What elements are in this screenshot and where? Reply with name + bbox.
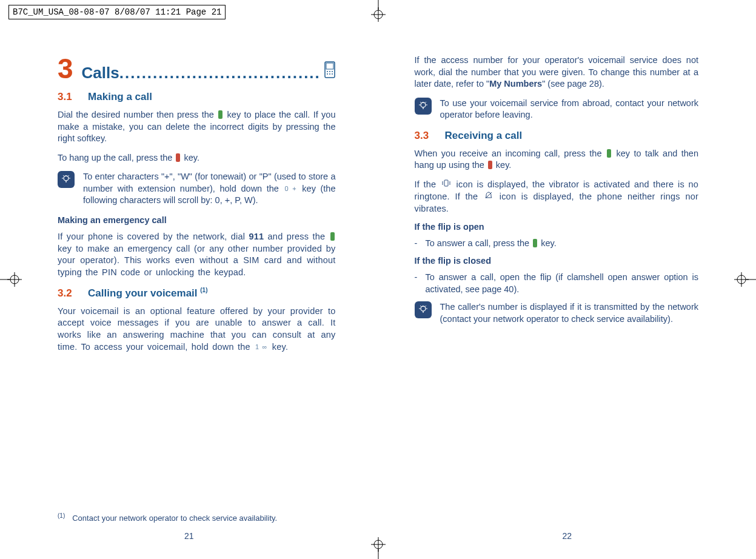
svg-line-29 <box>69 175 70 176</box>
tip-text: To use your voicemail service from abroa… <box>440 98 699 121</box>
svg-line-44 <box>420 306 421 307</box>
zero-key-label: 0 + <box>285 185 296 192</box>
svg-line-34 <box>420 102 421 103</box>
section-3-2-heading: 3.2 Calling your voicemail (1) <box>58 287 336 300</box>
page-left: 3 Calls ................................… <box>0 49 378 559</box>
svg-point-21 <box>327 73 328 75</box>
call-key-icon <box>218 110 222 119</box>
lightbulb-icon <box>415 98 432 115</box>
list-item: - To answer a call, open the flip (if cl… <box>415 272 699 295</box>
section-number: 3.3 <box>415 130 429 141</box>
svg-rect-17 <box>326 63 333 69</box>
print-proof-header: B7C_UM_USA_08-08-07 8/08/07 11:21 Page 2… <box>8 5 226 19</box>
svg-line-35 <box>425 102 426 103</box>
silent-icon <box>484 191 493 203</box>
svg-line-45 <box>425 306 426 307</box>
list-item: - To answer a call, press the key. <box>415 238 699 250</box>
svg-point-22 <box>329 73 330 75</box>
svg-point-40 <box>421 306 426 311</box>
section-number: 3.2 <box>58 287 72 299</box>
emergency-heading: Making an emergency call <box>58 215 336 225</box>
chapter-title: Calls <box>82 64 119 82</box>
end-key-icon <box>488 161 492 169</box>
flip-closed-heading: If the flip is closed <box>415 256 699 266</box>
body-text: Dial the desired number then press the k… <box>58 109 336 145</box>
section-title: Receiving a call <box>445 130 523 141</box>
section-title: Making a call <box>88 91 152 102</box>
svg-point-24 <box>64 176 69 181</box>
tip-text: The caller's number is displayed if it i… <box>440 301 699 325</box>
tip-note: To enter characters "+", "W" (for tonewa… <box>58 171 336 207</box>
svg-point-19 <box>329 71 330 72</box>
end-key-icon <box>176 153 180 162</box>
vibrate-icon <box>441 179 451 191</box>
lightbulb-icon <box>58 171 75 188</box>
body-text: If your phone is covered by the network,… <box>58 231 336 278</box>
tip-note: To use your voicemail service from abroa… <box>415 98 699 121</box>
footnote: (1)Contact your network operator to chec… <box>58 512 336 523</box>
phone-icon <box>324 61 336 81</box>
call-key-icon <box>533 239 537 247</box>
page-right: If the access number for your operator's… <box>378 49 757 559</box>
section-3-1-heading: 3.1 Making a call <box>58 91 336 103</box>
section-3-3-heading: 3.3 Receiving a call <box>415 130 699 142</box>
svg-point-18 <box>327 71 328 72</box>
section-number: 3.1 <box>58 91 72 102</box>
body-text: When you receive an incoming call, press… <box>415 148 699 172</box>
svg-point-20 <box>332 71 333 72</box>
section-title: Calling your voicemail (1) <box>88 287 207 299</box>
flip-open-heading: If the flip is open <box>415 222 699 232</box>
body-text: To hang up the call, press the key. <box>58 152 336 164</box>
chapter-number: 3 <box>58 55 73 82</box>
body-text: If the icon is displayed, the vibrator i… <box>415 179 699 215</box>
call-key-icon <box>607 149 611 158</box>
one-key-label: 1 ∞ <box>255 343 267 350</box>
call-key-icon <box>330 232 335 241</box>
tip-note: The caller's number is displayed if it i… <box>415 301 699 325</box>
page-number: 22 <box>562 531 572 541</box>
svg-point-23 <box>332 73 333 75</box>
chapter-dots: .................................... <box>119 64 320 82</box>
page-number: 21 <box>184 531 194 541</box>
tip-text: To enter characters "+", "W" (for tonewa… <box>83 171 336 207</box>
body-text: If the access number for your operator's… <box>415 55 699 90</box>
lightbulb-icon <box>415 301 432 318</box>
chapter-heading: 3 Calls ................................… <box>58 55 336 82</box>
svg-line-28 <box>63 175 64 176</box>
svg-rect-36 <box>444 180 448 186</box>
body-text: Your voicemail is an optional feature of… <box>58 306 336 353</box>
crop-mark-top <box>366 0 390 24</box>
svg-point-30 <box>421 102 426 107</box>
